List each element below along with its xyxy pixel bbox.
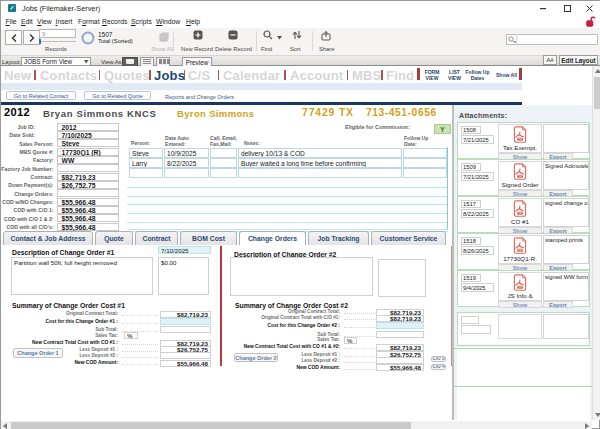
svg-text:PDF: PDF: [517, 285, 523, 289]
svg-text:PDF: PDF: [517, 174, 523, 178]
svg-text:PDF: PDF: [517, 248, 523, 252]
svg-text:PDF: PDF: [517, 137, 523, 141]
svg-text:PDF: PDF: [517, 211, 523, 215]
